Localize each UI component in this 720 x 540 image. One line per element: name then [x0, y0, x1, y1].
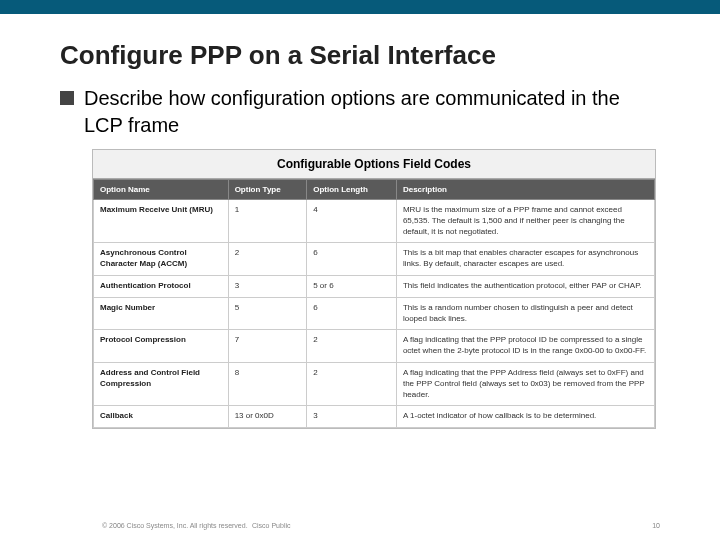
cell-type: 7	[228, 330, 307, 363]
table-row: Callback13 or 0x0D3A 1-octet indicator o…	[94, 406, 655, 428]
cell-length: 3	[307, 406, 397, 428]
cell-description: This is a random number chosen to distin…	[396, 297, 654, 330]
cell-name: Asynchronous Control Character Map (ACCM…	[94, 243, 229, 276]
table-row: Magic Number56This is a random number ch…	[94, 297, 655, 330]
options-table-container: Configurable Options Field Codes Option …	[92, 149, 656, 429]
table-row: Authentication Protocol35 or 6This field…	[94, 275, 655, 297]
cell-description: A flag indicating that the PPP Address f…	[396, 362, 654, 405]
table-row: Address and Control Field Compression82A…	[94, 362, 655, 405]
bullet-item: Describe how configuration options are c…	[60, 85, 660, 139]
bullet-text: Describe how configuration options are c…	[84, 85, 660, 139]
col-header-desc: Description	[396, 180, 654, 200]
cell-length: 5 or 6	[307, 275, 397, 297]
cell-type: 2	[228, 243, 307, 276]
slide-title: Configure PPP on a Serial Interface	[60, 40, 720, 71]
cell-name: Protocol Compression	[94, 330, 229, 363]
cell-description: MRU is the maximum size of a PPP frame a…	[396, 200, 654, 243]
table-header-row: Option Name Option Type Option Length De…	[94, 180, 655, 200]
table-title: Configurable Options Field Codes	[93, 150, 655, 179]
cell-name: Magic Number	[94, 297, 229, 330]
cell-type: 13 or 0x0D	[228, 406, 307, 428]
cell-length: 2	[307, 362, 397, 405]
cell-type: 1	[228, 200, 307, 243]
cell-length: 2	[307, 330, 397, 363]
col-header-length: Option Length	[307, 180, 397, 200]
cell-type: 8	[228, 362, 307, 405]
footer-copyright: © 2006 Cisco Systems, Inc. All rights re…	[102, 522, 248, 529]
table-row: Asynchronous Control Character Map (ACCM…	[94, 243, 655, 276]
footer-page-number: 10	[652, 522, 660, 529]
cell-length: 6	[307, 243, 397, 276]
footer-classification: Cisco Public	[252, 522, 291, 529]
cell-length: 4	[307, 200, 397, 243]
table-row: Protocol Compression72A flag indicating …	[94, 330, 655, 363]
cell-name: Maximum Receive Unit (MRU)	[94, 200, 229, 243]
cell-type: 5	[228, 297, 307, 330]
cell-type: 3	[228, 275, 307, 297]
col-header-type: Option Type	[228, 180, 307, 200]
cell-description: A flag indicating that the PPP protocol …	[396, 330, 654, 363]
cell-name: Address and Control Field Compression	[94, 362, 229, 405]
cell-description: This field indicates the authentication …	[396, 275, 654, 297]
col-header-name: Option Name	[94, 180, 229, 200]
cell-name: Callback	[94, 406, 229, 428]
bullet-marker	[60, 91, 74, 105]
cell-name: Authentication Protocol	[94, 275, 229, 297]
cell-description: This is a bit map that enables character…	[396, 243, 654, 276]
options-table: Option Name Option Type Option Length De…	[93, 179, 655, 428]
cell-length: 6	[307, 297, 397, 330]
cell-description: A 1-octet indicator of how callback is t…	[396, 406, 654, 428]
table-row: Maximum Receive Unit (MRU)14MRU is the m…	[94, 200, 655, 243]
top-accent-bar	[0, 0, 720, 14]
